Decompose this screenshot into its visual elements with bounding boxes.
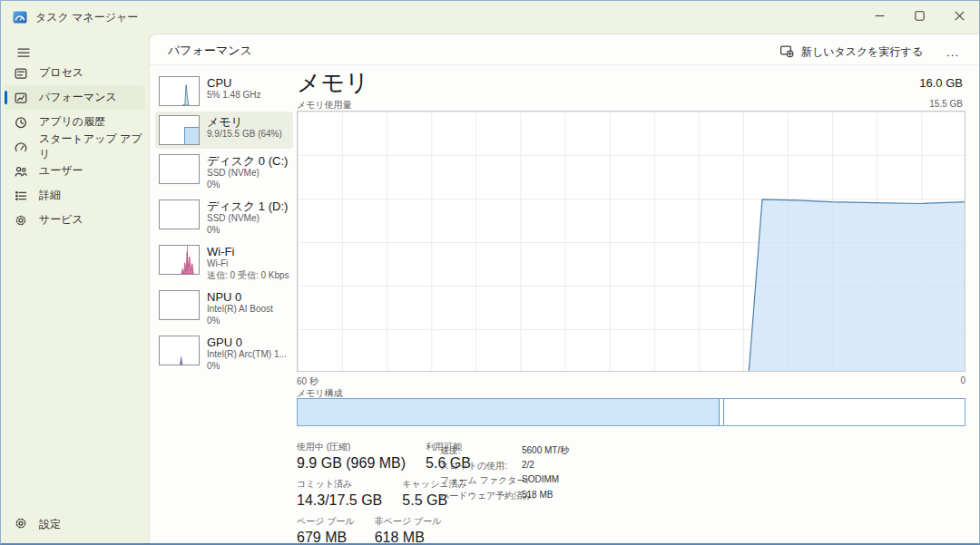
services-icon [14,213,28,228]
detail-value-speed: 5600 MT/秒 [522,444,569,457]
perf-item-sub: 9.9/15.5 GB (64%) [207,129,282,141]
startup-apps-icon [14,140,28,154]
perf-item-sub: Intel(R) AI Boost [207,304,273,316]
perf-item-gpu[interactable]: GPU 0 Intel(R) Arc(TM) 1... 0% [155,332,293,375]
sidebar-item-label: プロセス [39,65,83,81]
maximize-icon [915,11,925,21]
perf-item-wifi[interactable]: Wi-Fi Wi-Fi 送信: 0 受信: 0 Kbps [155,241,293,285]
perf-item-sub: Intel(R) Arc(TM) 1... [207,349,287,361]
detail-value-form-factor: SODIMM [522,474,569,487]
perf-item-memory[interactable]: メモリ 9.9/15.5 GB (64%) [155,112,293,149]
details-icon [14,189,28,203]
memory-page-title: メモリ [297,67,369,99]
sidebar-item-settings[interactable]: 設定 [5,512,145,537]
wifi-mini-chart [159,245,200,275]
performance-icon [14,91,28,105]
composition-segment-available[interactable] [724,399,965,425]
more-options-button[interactable]: ... [939,42,966,63]
perf-item-sub: Wi-Fi [207,258,289,270]
sidebar-item-label: ユーザー [39,163,83,179]
titlebar: タスク マネージャー [1,1,979,34]
sidebar-item-startup-apps[interactable]: スタートアップ アプリ [5,134,145,159]
window-controls [859,1,979,31]
minimize-button[interactable] [859,1,899,31]
stat-row: ページ プール 679 MB 非ページ プール 618 MB [297,515,471,545]
perf-item-title: ディスク 0 (C:) [207,154,288,168]
close-icon [955,11,965,21]
detail-label-slots: スロットの使用: [440,460,514,472]
perf-item-cpu[interactable]: CPU 5% 1.48 GHz [155,73,293,110]
perf-item-title: GPU 0 [207,336,287,349]
perf-item-sub2: 0% [207,180,288,191]
time-axis-right-label: 0 [960,375,965,388]
sidebar-item-processes[interactable]: プロセス [5,61,145,85]
users-icon [14,164,28,179]
stat-in-use: 使用中 (圧縮) 9.9 GB (969 MB) [297,441,406,472]
perf-item-npu[interactable]: NPU 0 Intel(R) AI Boost 0% [155,287,293,330]
memory-usage-chart-svg [298,112,965,371]
stat-non-paged-pool: 非ページ プール 618 MB [375,515,442,545]
perf-item-sub2: 0% [207,316,273,327]
detail-value-hw-reserved: 518 MB [522,490,569,502]
sidebar-item-label: アプリの履歴 [39,114,105,130]
sidebar: プロセス パフォーマンス アプリの履歴 スタートアップ アプリ [1,34,149,543]
memory-usage-max-label: 15.5 GB [929,99,963,109]
perf-item-sub: 5% 1.48 GHz [207,90,260,102]
sidebar-item-performance[interactable]: パフォーマンス [5,85,145,110]
gear-icon [14,516,28,533]
perf-item-title: メモリ [207,115,282,129]
memory-mini-chart-fill [184,127,199,144]
chart-time-axis: 60 秒 0 [297,375,965,388]
stat-paged-pool: ページ プール 679 MB [297,515,355,545]
disk0-mini-chart [159,154,200,184]
memory-composition-bar[interactable] [297,398,965,426]
header-separator [150,64,979,65]
memory-usage-chart[interactable] [297,111,965,372]
maximize-button[interactable] [899,1,939,31]
perf-item-disk0[interactable]: ディスク 0 (C:) SSD (NVMe) 0% [155,151,293,194]
sidebar-nav: プロセス パフォーマンス アプリの履歴 スタートアップ アプリ [5,61,145,232]
new-task-icon [779,44,794,61]
memory-usage-area [749,200,965,371]
stat-committed: コミット済み 14.3/17.5 GB [297,478,382,509]
window-title: タスク マネージャー [35,1,138,34]
task-manager-window: タスク マネージャー プロセス [0,0,980,545]
composition-segment-in-use[interactable] [298,399,720,425]
page-title: パフォーマンス [168,43,252,59]
memory-usage-axis-label: メモリ使用量 [297,99,352,112]
perf-item-title: Wi-Fi [207,245,289,258]
sidebar-item-label: 詳細 [39,188,61,203]
memory-mini-chart [159,115,200,145]
close-button[interactable] [939,1,979,31]
cpu-mini-chart [159,76,200,106]
sidebar-item-label: パフォーマンス [39,90,117,105]
sidebar-item-services[interactable]: サービス [5,208,145,232]
run-new-task-label: 新しいタスクを実行する [801,44,923,60]
detail-value-slots: 2/2 [522,460,569,472]
minimize-icon [875,11,885,21]
memory-hardware-details: 速度: 5600 MT/秒 スロットの使用: 2/2 フォーム ファクター: S… [440,444,569,502]
detail-label-form-factor: フォーム ファクター: [440,474,514,487]
task-manager-app-icon [13,10,27,24]
performance-resource-list: CPU 5% 1.48 GHz メモリ 9.9/15.5 GB (64%) ディ… [155,73,293,377]
detail-label-speed: 速度: [440,444,514,457]
ellipsis-icon: ... [946,45,959,59]
sidebar-item-details[interactable]: 詳細 [5,183,145,208]
disk1-mini-chart [159,200,200,229]
hamburger-icon [16,45,31,60]
run-new-task-button[interactable]: 新しいタスクを実行する [772,38,930,66]
sidebar-item-users[interactable]: ユーザー [5,159,145,183]
perf-item-sub2: 0% [207,361,287,373]
perf-item-title: CPU [207,76,260,90]
perf-item-sub2: 0% [207,225,288,237]
perf-item-disk1[interactable]: ディスク 1 (D:) SSD (NVMe) 0% [155,196,293,239]
perf-item-sub2: 送信: 0 受信: 0 Kbps [207,270,289,282]
main-panel: パフォーマンス 新しいタスクを実行する ... [149,34,979,543]
npu-mini-chart [159,290,200,320]
gpu-mini-chart [159,336,200,365]
time-axis-left-label: 60 秒 [297,375,318,388]
toolbar-actions: 新しいタスクを実行する ... [772,38,966,66]
processes-icon [14,66,28,81]
perf-item-sub: SSD (NVMe) [207,213,288,225]
perf-item-title: NPU 0 [207,290,273,304]
